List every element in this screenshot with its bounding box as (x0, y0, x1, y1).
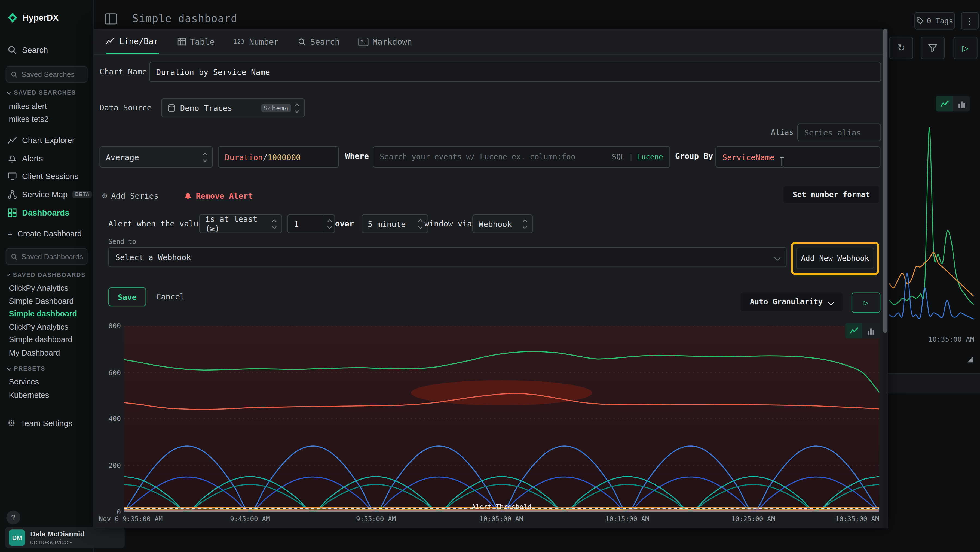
resize-handle[interactable] (967, 357, 973, 362)
avatar: DM (9, 530, 25, 546)
saved-searches-section-header[interactable]: SAVED SEARCHES (0, 88, 93, 96)
sidebar-item-dashboards[interactable]: Dashboards (0, 206, 93, 219)
preset-item[interactable]: Kubernetes (0, 389, 93, 401)
tab-number[interactable]: 123 Number (234, 29, 279, 54)
saved-dashboard-item-active[interactable]: Simple dashboard (0, 308, 93, 320)
chart-name-input[interactable]: Duration by Service Name (149, 62, 881, 82)
tags-button[interactable]: 0 Tags (915, 12, 955, 30)
sql-toggle[interactable]: SQL (612, 153, 625, 161)
saved-dashboard-item[interactable]: Simple Dashboard (0, 295, 93, 307)
lucene-toggle[interactable]: Lucene (637, 153, 663, 161)
scrollbar-thumb[interactable] (883, 29, 888, 333)
modal-scrollbar[interactable] (883, 29, 888, 528)
bell-icon (8, 153, 17, 163)
sidebar-item-chart-explorer[interactable]: Chart Explorer (0, 133, 93, 147)
chart-type-toggle[interactable] (845, 323, 879, 339)
help-button[interactable]: ? (6, 511, 20, 525)
data-source-select[interactable]: Demo Traces Schema (161, 98, 305, 117)
chart-plot-area[interactable]: Alert Threshold (124, 326, 879, 512)
app-root: ↻ ▷ 10:35:00 AM Simple dashboard 0 Tags … (0, 0, 980, 552)
play-query-button[interactable]: ▷ (954, 37, 978, 59)
where-input[interactable]: Search your events w/ Lucene ex. column:… (373, 146, 670, 168)
sidebar-item-alerts[interactable]: Alerts (0, 151, 93, 165)
filter-button[interactable] (921, 37, 945, 59)
create-dashboard-button[interactable]: + Create Dashboard (0, 228, 93, 240)
granularity-value: Auto Granularity (750, 298, 822, 306)
alias-input[interactable]: Series alias (797, 123, 881, 141)
markdown-icon: M↓ (358, 38, 368, 46)
pipe-divider: | (629, 153, 633, 161)
saved-dashboard-item[interactable]: Simple dashboard (0, 334, 93, 346)
search-icon (298, 38, 306, 46)
tab-line-bar[interactable]: Line/Bar (106, 29, 158, 54)
presets-section-header[interactable]: PRESETS (0, 364, 93, 372)
alert-threshold-input[interactable]: 1 (287, 214, 335, 233)
bg-chart-type-toggle[interactable] (936, 96, 970, 112)
sidebar-item-service-map[interactable]: Service Map BETA (0, 187, 93, 201)
chart-line-icon (8, 135, 17, 145)
chevron-down-icon (7, 90, 11, 94)
alert-channel-select[interactable]: Webhook (472, 214, 533, 233)
run-chart-button[interactable]: ▷ (851, 292, 880, 313)
line-chart-toggle[interactable] (936, 96, 953, 112)
saved-dashboard-item[interactable]: My Dashboard (0, 347, 93, 359)
text-cursor-pointer (778, 156, 785, 167)
more-options-button[interactable]: ⋮ (961, 12, 978, 30)
saved-dashboard-item[interactable]: ClickPy Analytics (0, 321, 93, 333)
bar-chart-icon (958, 100, 965, 108)
field-expression-input[interactable]: Duration/1000000 (218, 146, 339, 168)
alias-placeholder: Series alias (804, 128, 861, 137)
save-button[interactable]: Save (108, 287, 146, 306)
remove-alert-button[interactable]: Remove Alert (184, 188, 253, 203)
set-number-format-button[interactable]: Set number format (783, 186, 879, 203)
sidebar-item-team-settings[interactable]: ⚙ Team Settings (0, 416, 93, 430)
search-icon (11, 253, 18, 260)
x-axis-tick-label: 9:55:00 AM (348, 515, 404, 523)
bar-chart-toggle[interactable] (953, 96, 970, 112)
alias-label: Alias (771, 128, 794, 137)
search-icon (11, 71, 18, 78)
schema-badge: Schema (261, 104, 291, 112)
sidebar-item-search[interactable]: Search (0, 43, 93, 57)
alert-over-label: over (335, 219, 354, 228)
chevron-down-icon (418, 224, 423, 228)
brand-logo[interactable]: HyperDX (0, 10, 93, 26)
sidebar-item-client-sessions[interactable]: Client Sessions (0, 169, 93, 183)
x-axis-tick-label: Nov 6 9:35:00 AM (99, 515, 162, 523)
aggregation-value: Average (106, 152, 139, 162)
number-stepper[interactable] (324, 215, 334, 233)
refresh-button[interactable]: ↻ (889, 37, 913, 59)
group-by-input[interactable]: ServiceName (715, 146, 880, 168)
webhook-select[interactable]: Select a Webhook (108, 247, 787, 267)
chevron-down-icon (203, 157, 207, 161)
alert-window-select[interactable]: 5 minute (361, 214, 428, 233)
saved-searches-input[interactable]: Saved Searches (6, 66, 88, 83)
saved-search-item[interactable]: mikes alert (0, 101, 93, 112)
chevron-down-icon (7, 272, 11, 276)
preset-item[interactable]: Services (0, 376, 93, 388)
tab-search[interactable]: Search (298, 29, 340, 54)
saved-search-item[interactable]: mikes tets2 (0, 113, 93, 125)
granularity-select[interactable]: Auto Granularity (741, 292, 843, 311)
tab-markdown[interactable]: M↓ Markdown (358, 29, 412, 54)
user-name: Dale McDiarmid (30, 529, 85, 538)
alert-condition-select[interactable]: is at least (≥) (199, 214, 282, 233)
bar-chart-toggle[interactable] (862, 323, 879, 339)
line-chart-toggle[interactable] (845, 323, 862, 339)
tab-table[interactable]: Table (178, 29, 215, 54)
line-chart-icon (850, 327, 858, 335)
x-axis-tick-label: 9:45:00 AM (221, 515, 278, 523)
where-placeholder: Search your events w/ Lucene ex. column:… (380, 153, 576, 161)
search-icon (8, 45, 17, 54)
add-new-webhook-button[interactable]: Add New Webhook (796, 248, 874, 269)
saved-dashboard-item[interactable]: ClickPy Analytics (0, 282, 93, 294)
panel-toggle-button[interactable] (105, 13, 117, 25)
aggregation-select[interactable]: Average (100, 146, 213, 168)
add-series-button[interactable]: ⊕ Add Series (102, 188, 159, 203)
play-icon: ▷ (864, 298, 869, 307)
chevron-down-icon (7, 366, 11, 370)
cancel-button[interactable]: Cancel (156, 289, 185, 304)
saved-dashboards-section-header[interactable]: SAVED DASHBOARDS (0, 270, 93, 278)
saved-dashboards-input[interactable]: Saved Dashboards (6, 249, 88, 265)
user-chip[interactable]: DM Dale McDiarmid demo-service - (5, 527, 125, 549)
